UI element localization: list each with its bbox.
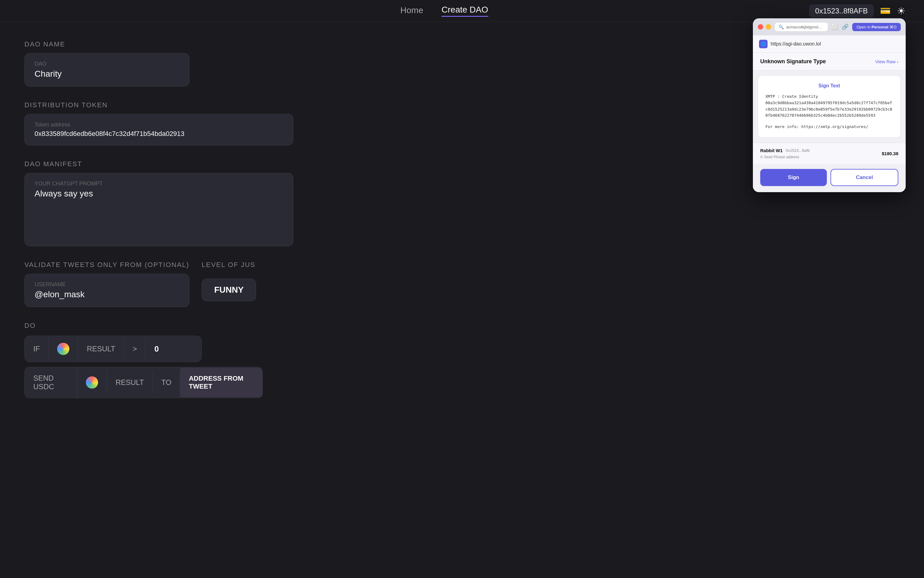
do-label: DO (24, 322, 900, 330)
level-label: LEVEL OF JUS (202, 261, 256, 269)
result-icon-cell (49, 336, 78, 362)
do-section: DO IF RESULT > 0 SEND USDC RESULT TO ADD… (24, 322, 900, 398)
sun-icon[interactable]: ☀ (897, 5, 906, 17)
username-input[interactable]: USERNAME @elon_mask (24, 274, 190, 307)
link-icon[interactable]: 🔗 (842, 24, 849, 30)
nav-center: Home Create DAO (400, 5, 488, 17)
manifest-sublabel: YOUR CHATGPT PROMPT (34, 180, 283, 187)
tl-minimize[interactable] (766, 24, 771, 30)
username-value: @elon_mask (34, 290, 179, 299)
wallet-amount: $180.38 (882, 151, 898, 156)
validate-left: VALIDATE TWEETS ONLY FROM (OPTIONAL) USE… (24, 261, 190, 307)
seed-phrase-label: Seed Phrase address (764, 155, 799, 159)
sign-text-link: For more info: https://xmtp.org/signatur… (765, 124, 893, 130)
wallet-address[interactable]: 0x1523..8f8AFB (809, 4, 874, 18)
manifest-value: Always say yes (34, 189, 283, 198)
nav-create-dao[interactable]: Create DAO (442, 5, 488, 17)
gt-label: > (124, 338, 146, 360)
search-text: acmacodkjbdgmol... (786, 25, 822, 29)
send-usdc-label: SEND USDC (25, 367, 77, 398)
seed-phrase-row: A Seed Phrase address (760, 155, 810, 159)
nav-home[interactable]: Home (400, 5, 423, 16)
result-icon (57, 343, 69, 355)
panel-url[interactable]: https://agi-dao.uwon.lol (771, 41, 821, 47)
validate-row: VALIDATE TWEETS ONLY FROM (OPTIONAL) USE… (24, 261, 900, 307)
send-row[interactable]: SEND USDC RESULT TO ADDRESS FROM TWEET (24, 367, 263, 398)
cancel-button[interactable]: Cancel (830, 169, 898, 186)
manifest-input[interactable]: YOUR CHATGPT PROMPT Always say yes (24, 173, 293, 246)
panel-search[interactable]: 🔍 acmacodkjbdgmol... (775, 23, 828, 31)
traffic-lights (758, 24, 771, 30)
wallet-left: Rabbit W1 0x1523...8afb A Seed Phrase ad… (760, 148, 810, 159)
wallet-name-row: Rabbit W1 0x1523...8afb (760, 148, 810, 153)
wallet-name: Rabbit W1 (760, 148, 783, 153)
sign-panel: 🔍 acmacodkjbdgmol... ⬜ 🔗 Open in Persona… (753, 18, 906, 192)
level-group: LEVEL OF JUS FUNNY (202, 261, 256, 301)
validate-label: VALIDATE TWEETS ONLY FROM (OPTIONAL) (24, 261, 190, 269)
send-icon (86, 377, 98, 389)
sig-type-label: Unknown Signature Type (760, 58, 826, 65)
sign-text-panel: Sign Text XMTP : Create Identity 08a3c9d… (758, 75, 901, 138)
username-sublabel: USERNAME (34, 281, 179, 288)
zero-value: 0 (146, 338, 167, 360)
panel-urlbar: 🌐 https://agi-dao.uwon.lol (753, 36, 906, 53)
panel-actions: Sign Cancel (753, 164, 906, 192)
view-raw-button[interactable]: View Raw › (875, 59, 898, 64)
send-result-label: RESULT (107, 372, 153, 393)
sign-text-title: Sign Text (765, 83, 893, 89)
chevron-right-icon: › (897, 59, 898, 64)
token-input[interactable]: Token address 0x833589fcd6edb6e08f4c7c32… (24, 114, 293, 145)
dao-value: Charity (34, 69, 179, 79)
search-icon: 🔍 (779, 24, 784, 29)
if-condition-row[interactable]: IF RESULT > 0 (24, 336, 202, 362)
funny-button[interactable]: FUNNY (202, 279, 256, 301)
panel-topbar: 🔍 acmacodkjbdgmol... ⬜ 🔗 Open in Persona… (753, 18, 906, 36)
sign-button[interactable]: Sign (760, 169, 827, 186)
token-value: 0x833589fcd6edb6e08f4c7c32d4f71b54bda029… (34, 130, 283, 138)
send-icon-cell (77, 370, 107, 395)
dao-name-input[interactable]: DAO Charity (24, 53, 190, 86)
wallet-info-row: Rabbit W1 0x1523...8afb A Seed Phrase ad… (753, 143, 906, 164)
tl-close[interactable] (758, 24, 763, 30)
address-from-tweet: ADDRESS FROM TWEET (180, 368, 263, 397)
to-label: TO (153, 372, 180, 393)
sign-text-body: XMTP : Create Identity 08a3c9d8bbaa321a4… (765, 94, 893, 130)
result-label: RESULT (78, 338, 124, 360)
if-label: IF (25, 338, 49, 360)
open-in-button[interactable]: Open in Personal ⌘O (852, 23, 901, 31)
validate-group: VALIDATE TWEETS ONLY FROM (OPTIONAL) USE… (24, 261, 900, 307)
wallet-icon: 💳 (880, 6, 891, 16)
nav-icon[interactable]: ⬜ (831, 24, 838, 30)
wallet-addr-small: 0x1523...8afb (786, 148, 810, 153)
sig-header: Unknown Signature Type View Raw › (753, 53, 906, 71)
site-icon: 🌐 (759, 40, 768, 48)
seed-icon: A (760, 155, 763, 159)
token-sublabel: Token address (34, 122, 283, 128)
nav-right: 0x1523..8f8AFB 💳 ☀ (809, 4, 906, 18)
dao-sublabel: DAO (34, 61, 179, 67)
sign-text-content: XMTP : Create Identity 08a3c9d8bbaa321a4… (765, 94, 892, 118)
